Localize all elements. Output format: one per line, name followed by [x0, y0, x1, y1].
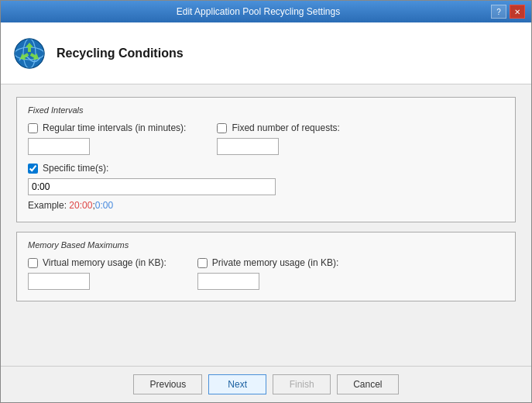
- fixed-intervals-cols: Regular time intervals (in minutes): Fix…: [28, 122, 504, 155]
- close-button[interactable]: ✕: [510, 5, 525, 19]
- regular-time-input[interactable]: [28, 138, 90, 155]
- regular-time-checkbox[interactable]: [28, 123, 38, 133]
- specific-times-container: Specific time(s): Example: 20:00;0:00: [28, 163, 504, 211]
- left-col: Regular time intervals (in minutes):: [28, 122, 186, 155]
- fixed-requests-input[interactable]: [217, 138, 279, 155]
- private-memory-row: Private memory usage (in KB):: [197, 257, 338, 268]
- virtual-memory-checkbox[interactable]: [28, 258, 38, 268]
- example-row: Example: 20:00;0:00: [28, 200, 504, 211]
- fixed-intervals-section: Fixed Intervals Regular time intervals (…: [16, 97, 516, 222]
- private-memory-label: Private memory usage (in KB):: [212, 257, 338, 268]
- virtual-memory-row: Virtual memory usage (in KB):: [28, 257, 166, 268]
- private-memory-input[interactable]: [197, 273, 259, 290]
- finish-button[interactable]: Finish: [273, 374, 331, 394]
- fixed-requests-checkbox[interactable]: [217, 123, 227, 133]
- memory-based-title: Memory Based Maximums: [28, 240, 504, 250]
- specific-times-label: Specific time(s):: [43, 163, 108, 174]
- footer: Previous Next Finish Cancel: [1, 366, 531, 402]
- virtual-memory-input[interactable]: [28, 273, 90, 290]
- body-content: Fixed Intervals Regular time intervals (…: [1, 84, 531, 366]
- title-bar: Edit Application Pool Recycling Settings…: [1, 1, 531, 22]
- memory-left-col: Virtual memory usage (in KB):: [28, 257, 166, 290]
- previous-button[interactable]: Previous: [133, 374, 202, 394]
- memory-cols: Virtual memory usage (in KB): Private me…: [28, 257, 504, 290]
- memory-based-section: Memory Based Maximums Virtual memory usa…: [16, 232, 516, 301]
- virtual-memory-label: Virtual memory usage (in KB):: [43, 257, 166, 268]
- header: Recycling Conditions: [1, 22, 531, 84]
- regular-time-row: Regular time intervals (in minutes):: [28, 122, 186, 133]
- memory-right-col: Private memory usage (in KB):: [197, 257, 338, 290]
- specific-times-checkbox[interactable]: [28, 164, 38, 174]
- page-title: Recycling Conditions: [57, 46, 184, 60]
- example-part1: 20:00: [69, 200, 92, 211]
- regular-time-label: Regular time intervals (in minutes):: [43, 122, 186, 133]
- fixed-intervals-title: Fixed Intervals: [28, 105, 504, 115]
- example-part2: 0:00: [95, 200, 113, 211]
- cancel-button[interactable]: Cancel: [337, 374, 398, 394]
- right-col: Fixed number of requests:: [217, 122, 339, 155]
- next-button[interactable]: Next: [208, 374, 266, 394]
- help-button[interactable]: ?: [491, 5, 506, 19]
- specific-times-input-row: [28, 178, 504, 195]
- example-prefix: Example:: [28, 200, 69, 211]
- fixed-requests-row: Fixed number of requests:: [217, 122, 339, 133]
- specific-times-row: Specific time(s):: [28, 163, 504, 174]
- specific-times-input[interactable]: [28, 178, 276, 195]
- window-title: Edit Application Pool Recycling Settings: [26, 6, 491, 17]
- fixed-requests-label: Fixed number of requests:: [232, 122, 339, 133]
- private-memory-checkbox[interactable]: [197, 258, 208, 268]
- main-window: Edit Application Pool Recycling Settings…: [0, 0, 532, 403]
- recycle-icon: [13, 37, 46, 70]
- title-bar-buttons: ? ✕: [491, 5, 525, 19]
